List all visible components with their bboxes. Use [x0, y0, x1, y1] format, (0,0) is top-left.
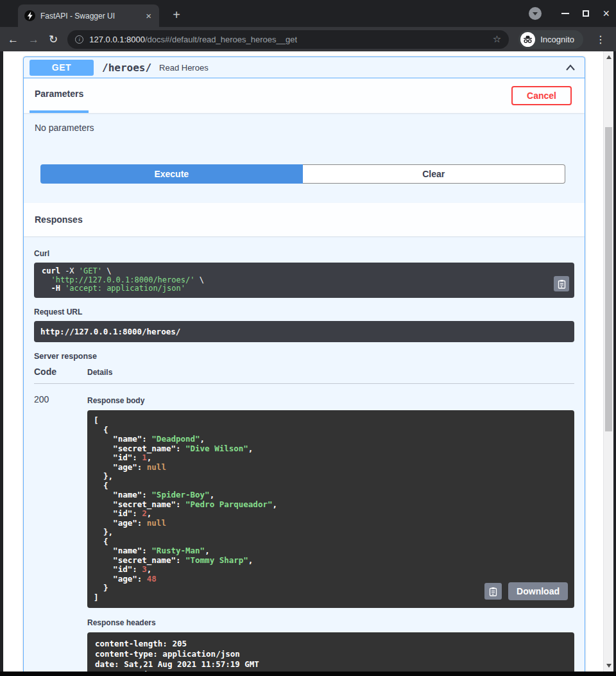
back-icon[interactable]: ←: [8, 34, 19, 45]
scroll-up-icon[interactable]: [606, 55, 612, 59]
url-host: 127.0.0.1:8000: [89, 35, 145, 44]
browser-menu-icon[interactable]: ⋮: [593, 33, 608, 46]
opblock-get-heroes: GET /heroes/ Read Heroes Parameters Canc…: [23, 56, 585, 672]
forward-icon[interactable]: →: [28, 34, 39, 45]
page-content: GET /heroes/ Read Heroes Parameters Canc…: [3, 51, 613, 672]
tab-search-icon[interactable]: [529, 7, 542, 20]
execute-button[interactable]: Execute: [40, 164, 303, 184]
clear-button[interactable]: Clear: [303, 164, 566, 184]
endpoint-summary: Read Heroes: [159, 63, 209, 73]
incognito-icon: [520, 32, 535, 47]
url-text[interactable]: 127.0.0.1:8000/docs#/default/read_heroes…: [89, 35, 297, 44]
collapse-chevron-icon[interactable]: [565, 64, 576, 71]
url-path: /docs#/default/read_heroes_heroes__get: [145, 35, 297, 44]
no-parameters-text: No parameters: [34, 123, 565, 133]
opblock-summary[interactable]: GET /heroes/ Read Heroes: [24, 57, 585, 78]
tab-title: FastAPI - Swagger UI: [40, 12, 139, 21]
browser-titlebar: FastAPI - Swagger UI × + ×: [0, 0, 616, 27]
address-bar[interactable]: i 127.0.0.1:8000/docs#/default/read_hero…: [67, 30, 509, 49]
request-url-value: http://127.0.0.1:8000/heroes/: [34, 321, 574, 342]
parameters-section-header: Parameters Cancel: [24, 78, 585, 113]
response-headers-code: content-length: 205 content-type: applic…: [87, 632, 574, 672]
endpoint-path: /heroes/: [102, 62, 151, 74]
response-body-code: [ { "name": "Deadpond", "secret_name": "…: [87, 410, 574, 608]
curl-label: Curl: [34, 249, 574, 258]
maximize-button[interactable]: [583, 10, 589, 17]
code-column-header: Code: [34, 367, 87, 377]
bookmark-star-icon[interactable]: ☆: [493, 33, 501, 45]
scrollbar-thumb[interactable]: [605, 127, 612, 431]
tab-close-icon[interactable]: ×: [144, 11, 153, 21]
page-info-icon[interactable]: i: [75, 35, 83, 44]
response-body-label: Response body: [87, 396, 574, 405]
page-scrollbar[interactable]: [603, 51, 613, 672]
execute-row: Execute Clear: [40, 164, 565, 184]
incognito-label: Incognito: [540, 35, 574, 44]
download-button[interactable]: Download: [508, 582, 568, 600]
window-bottom-edge: [0, 672, 616, 676]
copy-curl-button[interactable]: [554, 276, 569, 291]
details-column-header: Details: [87, 368, 112, 377]
responses-title: Responses: [35, 214, 83, 225]
response-row-200: 200 Response body [ { "name": "Deadpond"…: [34, 394, 574, 672]
request-url-label: Request URL: [34, 308, 574, 316]
responses-section-header: Responses: [24, 203, 585, 236]
copy-response-button[interactable]: [484, 583, 502, 600]
minimize-button[interactable]: [561, 13, 569, 14]
method-badge: GET: [30, 60, 94, 76]
new-tab-button[interactable]: +: [168, 6, 185, 23]
status-code: 200: [34, 394, 87, 672]
scroll-down-icon[interactable]: [606, 664, 612, 668]
incognito-badge: Incognito: [518, 30, 583, 49]
server-response-table: Code Details 200 Response body [ { "name…: [34, 367, 574, 672]
response-body-actions: Download: [484, 582, 568, 600]
fastapi-favicon-icon: [24, 10, 35, 21]
window-close-button[interactable]: ×: [603, 8, 610, 19]
response-headers-label: Response headers: [87, 618, 574, 627]
reload-icon[interactable]: ↻: [49, 34, 58, 45]
curl-code: curl -X 'GET' \ 'http://127.0.0.1:8000/h…: [34, 263, 574, 298]
responses-body: Curl curl -X 'GET' \ 'http://127.0.0.1:8…: [24, 236, 585, 672]
response-table-header: Code Details: [34, 367, 574, 384]
browser-toolbar: ← → ↻ i 127.0.0.1:8000/docs#/default/rea…: [0, 27, 616, 51]
parameters-tab-label: Parameters: [35, 89, 83, 100]
server-response-label: Server response: [34, 352, 574, 361]
parameters-body: No parameters Execute Clear: [24, 113, 585, 203]
browser-tab[interactable]: FastAPI - Swagger UI ×: [18, 4, 159, 27]
cancel-button[interactable]: Cancel: [511, 86, 572, 105]
tab-parameters[interactable]: Parameters: [30, 78, 89, 113]
